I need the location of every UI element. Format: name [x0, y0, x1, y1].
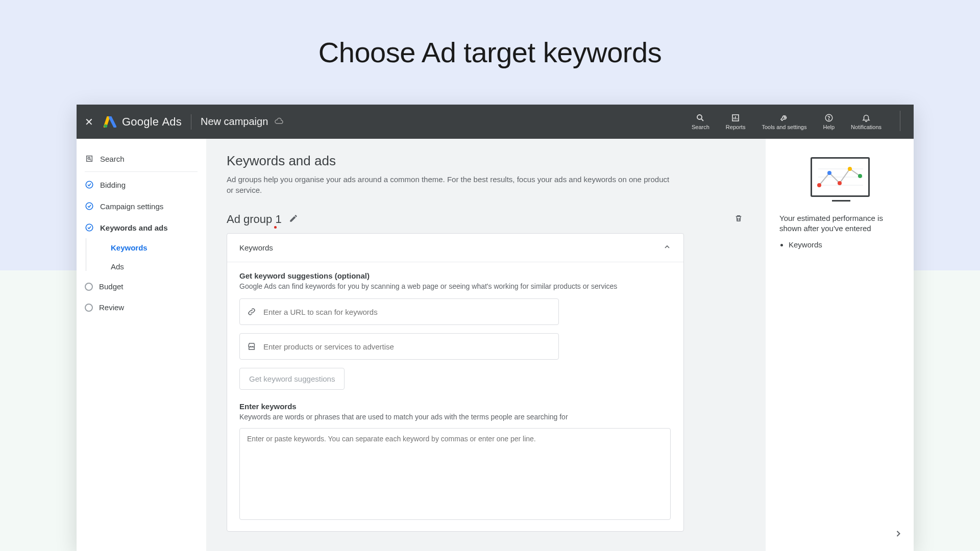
keywords-card: Keywords Get keyword suggestions (option…	[227, 233, 684, 532]
chevron-up-icon[interactable]	[663, 243, 671, 253]
substep-ads[interactable]: Ads	[95, 257, 206, 276]
topnav: Search Reports Tools and settings Help N…	[689, 111, 905, 132]
chevron-right-icon[interactable]	[893, 529, 903, 541]
circle-outline-icon	[85, 283, 93, 291]
svg-point-18	[817, 183, 821, 187]
slide-title: Choose Ad target keywords	[0, 36, 980, 69]
monitor-icon	[811, 157, 870, 197]
step-label: Bidding	[100, 181, 126, 189]
svg-rect-9	[87, 156, 92, 162]
nav-notifications[interactable]: Notifications	[848, 111, 885, 132]
step-label: Search	[100, 155, 125, 163]
ad-group-row: Ad group 1	[227, 213, 745, 226]
step-bidding[interactable]: Bidding	[77, 174, 206, 195]
main-content: Keywords and ads Ad groups help you orga…	[206, 139, 766, 551]
sidebar: Search Bidding Campaign settings Keyword…	[77, 139, 206, 551]
divider	[85, 171, 198, 172]
performance-list-item: Keywords	[789, 240, 900, 249]
performance-text: Your estimated performance is shown afte…	[779, 213, 900, 233]
step-keywords-and-ads[interactable]: Keywords and ads	[77, 217, 206, 238]
step-label: Budget	[99, 282, 124, 291]
check-circle-icon	[85, 180, 94, 189]
card-header-label: Keywords	[239, 243, 273, 252]
divider	[191, 114, 191, 130]
page-title: New campaign	[201, 116, 268, 128]
nav-divider	[900, 111, 900, 131]
search-icon	[85, 154, 94, 163]
enter-keywords-desc: Keywords are words or phrases that are u…	[239, 413, 671, 421]
storefront-icon	[247, 342, 256, 351]
google-ads-window: ✕ Google Ads New campaign Search Reports…	[77, 105, 914, 551]
svg-line-11	[90, 159, 91, 160]
step-review[interactable]: Review	[77, 297, 206, 318]
check-circle-icon	[85, 223, 94, 232]
enter-keywords-title: Enter keywords	[239, 402, 671, 411]
url-scan-field[interactable]	[239, 298, 559, 325]
suggest-desc: Google Ads can find keywords for you by …	[239, 282, 671, 290]
get-suggestions-button[interactable]: Get keyword suggestions	[239, 368, 345, 390]
step-budget[interactable]: Budget	[77, 276, 206, 297]
card-header[interactable]: Keywords	[227, 234, 683, 262]
link-icon	[247, 307, 256, 316]
card-body: Get keyword suggestions (optional) Googl…	[227, 262, 683, 531]
nav-reports[interactable]: Reports	[723, 111, 749, 132]
brand-label: Google Ads	[122, 115, 182, 129]
alert-dot-icon	[274, 226, 277, 229]
topbar: ✕ Google Ads New campaign Search Reports…	[77, 105, 914, 139]
svg-point-14	[86, 224, 93, 231]
products-field[interactable]	[239, 333, 559, 360]
step-search[interactable]: Search	[77, 148, 206, 169]
close-icon[interactable]: ✕	[85, 116, 93, 128]
svg-point-19	[827, 171, 831, 175]
svg-point-13	[86, 203, 93, 210]
check-circle-icon	[85, 202, 94, 211]
google-ads-logo-icon	[104, 116, 117, 128]
url-scan-input[interactable]	[263, 308, 551, 316]
performance-preview-illustration	[807, 157, 873, 200]
delete-icon[interactable]	[734, 214, 743, 225]
app-body: Search Bidding Campaign settings Keyword…	[77, 139, 914, 551]
svg-point-10	[88, 157, 90, 159]
nav-tools[interactable]: Tools and settings	[758, 111, 810, 132]
substep-keywords[interactable]: Keywords	[95, 238, 206, 257]
svg-point-1	[697, 115, 702, 119]
right-panel: Your estimated performance is shown afte…	[766, 139, 914, 551]
products-input[interactable]	[263, 342, 551, 351]
performance-list: Keywords	[779, 240, 900, 249]
svg-point-22	[858, 174, 862, 178]
svg-line-2	[702, 119, 704, 121]
keywords-textarea[interactable]	[239, 428, 671, 520]
cloud-save-icon	[274, 117, 283, 127]
step-campaign-settings[interactable]: Campaign settings	[77, 195, 206, 217]
svg-point-12	[86, 181, 93, 188]
search-icon	[696, 113, 705, 123]
suggest-title: Get keyword suggestions (optional)	[239, 271, 671, 280]
step-label: Review	[99, 303, 124, 312]
edit-icon[interactable]	[289, 214, 298, 225]
nav-search[interactable]: Search	[689, 111, 713, 132]
bell-icon	[862, 113, 871, 123]
chart-icon	[731, 113, 740, 123]
sub-steps: Keywords Ads	[95, 238, 206, 276]
monitor-base	[832, 200, 850, 202]
svg-point-20	[838, 181, 842, 185]
section-title: Keywords and ads	[227, 153, 745, 169]
svg-point-8	[828, 120, 829, 120]
wrench-icon	[779, 113, 789, 123]
circle-outline-icon	[85, 304, 93, 312]
ad-group-title: Ad group 1	[227, 213, 282, 226]
svg-point-0	[104, 124, 107, 127]
nav-help[interactable]: Help	[820, 111, 838, 132]
step-label: Keywords and ads	[100, 223, 168, 232]
help-icon	[824, 113, 834, 123]
section-description: Ad groups help you organise your ads aro…	[227, 174, 676, 195]
step-label: Campaign settings	[100, 202, 163, 211]
svg-point-21	[848, 167, 852, 171]
